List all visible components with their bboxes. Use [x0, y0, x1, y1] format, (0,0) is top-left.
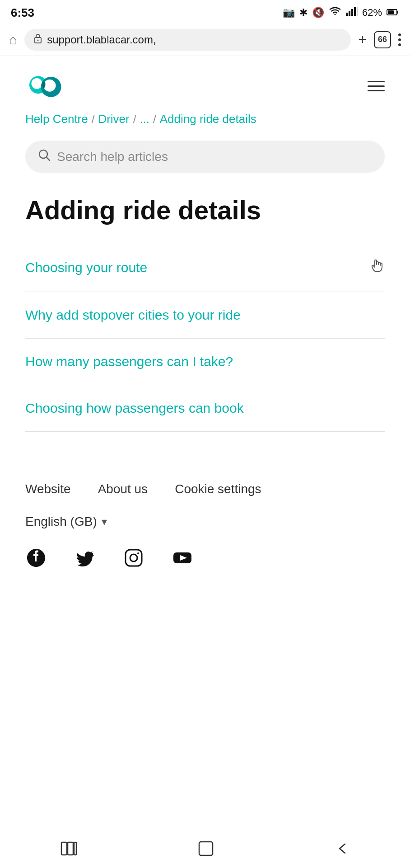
chevron-down-icon: ▾	[102, 515, 107, 528]
article-link-stopover[interactable]: Why add stopover cities to your ride	[25, 306, 385, 325]
footer-link-cookies[interactable]: Cookie settings	[175, 482, 261, 496]
search-bar[interactable]: Search help articles	[25, 141, 385, 173]
article-label-route: Choosing your route	[25, 258, 147, 277]
svg-rect-0	[346, 13, 348, 16]
footer-social	[25, 547, 385, 569]
mute-icon: 🔇	[312, 7, 324, 19]
list-item: Choosing your route	[25, 244, 385, 292]
youtube-icon[interactable]	[172, 547, 193, 569]
status-bar: 6:53 📷 ✱ 🔇 62%	[0, 0, 410, 24]
article-link-route[interactable]: Choosing your route	[25, 257, 385, 278]
breadcrumb-ellipsis[interactable]: ...	[140, 112, 149, 126]
page-title: Adding ride details	[25, 195, 385, 226]
svg-rect-21	[68, 842, 73, 855]
list-item: Choosing how passengers can book	[25, 385, 385, 432]
breadcrumb-current: Adding ride details	[160, 112, 256, 126]
signal-icon	[346, 7, 358, 19]
svg-rect-7	[397, 11, 398, 14]
battery-icon	[387, 7, 399, 19]
svg-point-9	[37, 40, 39, 41]
svg-rect-15	[126, 550, 142, 566]
svg-rect-20	[61, 842, 67, 855]
browser-bar: ⌂ support.blablacar.com, + 66	[0, 24, 410, 56]
svg-rect-23	[199, 842, 213, 855]
svg-rect-22	[74, 842, 76, 855]
home-icon[interactable]: ⌂	[9, 32, 17, 47]
svg-point-17	[137, 552, 139, 554]
list-item: Why add stopover cities to your ride	[25, 292, 385, 339]
svg-rect-1	[349, 11, 350, 16]
back-button[interactable]	[335, 841, 349, 859]
lock-icon	[33, 33, 42, 46]
breadcrumb-sep-3: /	[153, 113, 156, 126]
browser-menu-icon[interactable]	[398, 33, 401, 46]
footer-link-website[interactable]: Website	[25, 482, 71, 496]
article-link-booking[interactable]: Choosing how passengers can book	[25, 399, 385, 418]
search-icon	[38, 149, 51, 165]
search-placeholder: Search help articles	[57, 150, 168, 164]
wifi-icon	[329, 6, 341, 19]
twitter-icon[interactable]	[74, 547, 96, 569]
site-header	[25, 56, 385, 112]
svg-rect-4	[357, 7, 358, 16]
svg-rect-6	[388, 10, 394, 14]
camera-icon: 📷	[283, 7, 295, 19]
new-tab-icon[interactable]: +	[358, 31, 367, 48]
footer: Website About us Cookie settings English…	[0, 459, 410, 600]
breadcrumb-sep-1: /	[92, 113, 95, 126]
svg-rect-2	[351, 9, 353, 16]
breadcrumb-sep-2: /	[133, 113, 136, 126]
instagram-icon[interactable]	[123, 547, 144, 569]
recents-button[interactable]	[61, 841, 77, 859]
status-icons: 📷 ✱ 🔇 62%	[283, 6, 399, 19]
battery-percentage: 62%	[362, 7, 382, 19]
hamburger-menu-button[interactable]	[368, 81, 385, 91]
article-label-stopover: Why add stopover cities to your ride	[25, 306, 241, 325]
article-link-passengers[interactable]: How many passengers can I take?	[25, 352, 385, 371]
logo[interactable]	[25, 72, 66, 99]
svg-point-16	[130, 554, 137, 561]
footer-link-about[interactable]: About us	[98, 482, 148, 496]
article-list: Choosing your route Why add stopover cit…	[25, 244, 385, 432]
cursor-icon	[370, 257, 385, 278]
footer-language-selector[interactable]: English (GB) ▾	[25, 514, 385, 529]
bluetooth-icon: ✱	[299, 7, 308, 19]
svg-point-11	[32, 78, 42, 89]
article-label-passengers: How many passengers can I take?	[25, 352, 233, 371]
page-content: Help Centre / Driver / ... / Adding ride…	[0, 56, 410, 432]
language-label: English (GB)	[25, 514, 97, 529]
status-time: 6:53	[11, 6, 34, 20]
url-bar[interactable]: support.blablacar.com,	[24, 29, 351, 51]
facebook-icon[interactable]	[25, 547, 47, 569]
footer-links: Website About us Cookie settings	[25, 482, 385, 496]
home-button[interactable]	[197, 840, 214, 861]
svg-rect-3	[354, 7, 356, 16]
svg-point-13	[44, 80, 56, 92]
breadcrumb-driver[interactable]: Driver	[98, 112, 129, 126]
breadcrumb: Help Centre / Driver / ... / Adding ride…	[25, 112, 385, 126]
breadcrumb-help-centre[interactable]: Help Centre	[25, 112, 88, 126]
tabs-count-badge[interactable]: 66	[374, 31, 391, 48]
url-text: support.blablacar.com,	[47, 33, 156, 46]
list-item: How many passengers can I take?	[25, 339, 385, 385]
article-label-booking: Choosing how passengers can book	[25, 399, 244, 418]
bottom-nav-bar	[0, 832, 410, 868]
